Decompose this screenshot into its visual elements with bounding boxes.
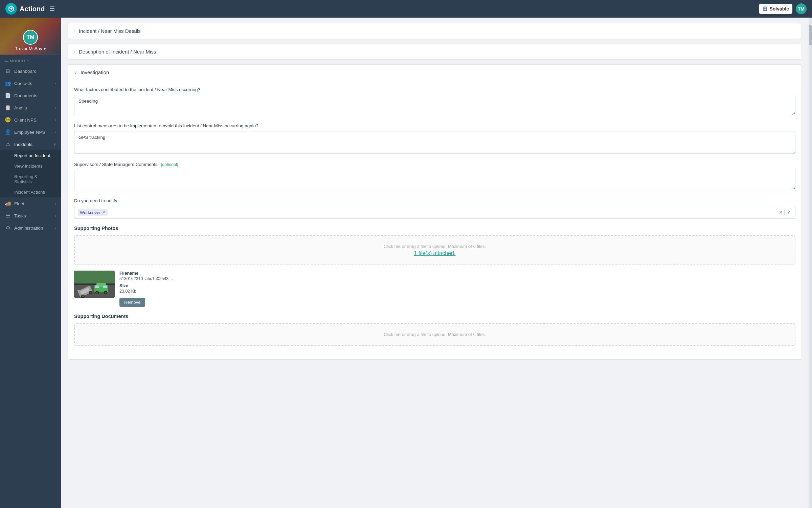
svg-rect-2 — [74, 283, 115, 285]
incident-details-title: Incident / Near Miss Details — [79, 28, 141, 34]
factors-label: What factors contributed to the incident… — [74, 87, 795, 92]
sidebar-item-label: Client NPS — [14, 118, 37, 123]
description-card: › Description of Incident / Near Miss — [68, 44, 802, 60]
investigation-card: ∨ Investigation What factors contributed… — [68, 64, 802, 360]
brand-name: Solvable — [769, 6, 789, 12]
filename-value: 5130162310_abc1a02543_... — [119, 276, 175, 281]
topnav-right: ⊞ Solvable TM — [759, 3, 807, 14]
right-scrollbar[interactable] — [809, 18, 812, 508]
file-meta: Filename 5130162310_abc1a02543_... Size … — [119, 271, 175, 307]
doc-upload-area[interactable]: Click me or drag a file to upload. Maxim… — [74, 323, 795, 346]
notify-controls: ✕ ∨ — [777, 210, 792, 215]
sidebar-subitem-report-incident[interactable]: Report an Incident — [0, 150, 61, 161]
chevron-right-icon: › — [55, 118, 56, 122]
factors-group: What factors contributed to the incident… — [74, 87, 795, 117]
chevron-right-icon: › — [55, 214, 56, 218]
sidebar-item-employee-nps[interactable]: 👤 Employee NPS › — [0, 126, 61, 138]
svg-rect-13 — [95, 285, 99, 288]
sidebar-item-label: Documents — [14, 93, 37, 98]
upload-attached-count: 1 file(s) attached. — [83, 250, 787, 256]
optional-tag: [optional] — [161, 162, 178, 167]
sidebar-item-label: Fleet — [14, 201, 24, 206]
filesize-value: 23.02 Kb — [119, 289, 175, 294]
control-measures-textarea[interactable] — [74, 131, 795, 154]
documents-icon: 📄 — [5, 92, 11, 99]
sidebar-item-audits[interactable]: 📋 Audits › — [0, 102, 61, 114]
svg-point-10 — [96, 292, 98, 294]
supporting-docs-group: Supporting Documents Click me or drag a … — [74, 314, 795, 346]
sidebar-item-administration[interactable]: ⚙ Administration › — [0, 222, 61, 234]
chevron-right-icon: › — [55, 106, 56, 110]
scrollbar-thumb — [809, 25, 812, 45]
investigation-body: What factors contributed to the incident… — [68, 80, 802, 359]
sidebar-item-label: Contacts — [14, 81, 32, 86]
sidebar-item-tasks[interactable]: ☰ Tasks › — [0, 210, 61, 222]
client-nps-icon: 😊 — [5, 117, 11, 123]
incident-details-header[interactable]: › Incident / Near Miss Details — [68, 23, 802, 39]
sidebar: TM Trevor McBay ▾ — MODULES ⊟ Dashboard … — [0, 18, 61, 508]
description-title: Description of Incident / Near Miss — [79, 49, 156, 55]
dashboard-icon: ⊟ — [5, 68, 11, 74]
sidebar-item-client-nps[interactable]: 😊 Client NPS › — [0, 114, 61, 126]
incidents-icon: ⚠ — [5, 141, 11, 147]
remove-file-button[interactable]: Remove — [119, 298, 145, 307]
topnav-user-avatar[interactable]: TM — [796, 3, 807, 14]
sidebar-subitem-reporting-statistics[interactable]: Reporting & Statistics — [0, 171, 61, 187]
collapse-chevron-down-icon: ∨ — [74, 70, 77, 75]
chevron-right-icon: › — [55, 226, 56, 230]
description-header[interactable]: › Description of Incident / Near Miss — [68, 44, 802, 59]
username-dropdown-icon[interactable]: ▾ — [44, 46, 46, 51]
notify-select[interactable]: Workcover ✕ ✕ ∨ — [74, 206, 795, 219]
topnav-left: Actiond ☰ — [5, 3, 55, 15]
notify-dropdown-icon[interactable]: ∨ — [786, 210, 792, 215]
sidebar-item-label: Incidents — [14, 142, 32, 147]
chevron-right-icon: › — [55, 130, 56, 134]
employee-nps-icon: 👤 — [5, 129, 11, 135]
fleet-icon: 🚚 — [5, 200, 11, 207]
file-thumbnail — [74, 271, 115, 298]
notify-tag-remove[interactable]: ✕ — [102, 210, 106, 215]
investigation-header[interactable]: ∨ Investigation — [68, 65, 802, 80]
sidebar-item-label: Employee NPS — [14, 130, 45, 135]
filesize-label: Size — [119, 283, 175, 288]
control-measures-label: List control measures to be implemented … — [74, 123, 795, 128]
control-measures-group: List control measures to be implemented … — [74, 123, 795, 155]
sidebar-item-fleet[interactable]: 🚚 Fleet › — [0, 197, 61, 210]
logo: Actiond — [5, 3, 45, 15]
supporting-photos-label: Supporting Photos — [74, 226, 795, 231]
notify-group: Do you need to notify Workcover ✕ ✕ ∨ — [74, 198, 795, 219]
sidebar-subitem-view-incidents[interactable]: View Incidents — [0, 161, 61, 171]
app-body: TM Trevor McBay ▾ — MODULES ⊟ Dashboard … — [0, 18, 812, 508]
upload-instruction: Click me or drag a file to upload. Maxim… — [83, 244, 787, 249]
notify-clear-icon[interactable]: ✕ — [777, 210, 785, 215]
incident-details-card: › Incident / Near Miss Details — [68, 23, 802, 39]
solvable-badge: ⊞ Solvable — [759, 4, 792, 14]
sidebar-item-documents[interactable]: 📄 Documents — [0, 89, 61, 102]
collapse-chevron-icon: › — [74, 29, 75, 34]
notify-tag-label: Workcover — [80, 210, 101, 215]
sidebar-item-incidents[interactable]: ⚠ Incidents ∨ — [0, 138, 61, 150]
top-navbar: Actiond ☰ ⊞ Solvable TM — [0, 0, 812, 18]
investigation-title: Investigation — [81, 69, 109, 75]
sidebar-item-contacts[interactable]: 👥 Contacts › — [0, 77, 61, 89]
sidebar-item-label: Administration — [14, 226, 43, 231]
tasks-icon: ☰ — [5, 213, 11, 219]
supporting-docs-label: Supporting Documents — [74, 314, 795, 319]
sidebar-avatar: TM — [23, 30, 38, 45]
hamburger-menu[interactable]: ☰ — [49, 5, 55, 13]
supporting-photos-group: Supporting Photos Click me or drag a fil… — [74, 226, 795, 307]
supervisors-group: Supervisors / State Managers Comments [o… — [74, 162, 795, 191]
notify-label: Do you need to notify — [74, 198, 795, 203]
chevron-down-icon: ∨ — [53, 142, 56, 147]
factors-textarea[interactable] — [74, 95, 795, 115]
supervisors-textarea[interactable] — [74, 170, 795, 190]
sidebar-item-dashboard[interactable]: ⊟ Dashboard — [0, 65, 61, 77]
audits-icon: 📋 — [5, 105, 11, 111]
administration-icon: ⚙ — [5, 225, 11, 231]
photo-upload-area[interactable]: Click me or drag a file to upload. Maxim… — [74, 235, 795, 265]
svg-point-12 — [105, 292, 107, 294]
sidebar-subitem-incident-actions[interactable]: Incident Actions — [0, 187, 61, 197]
modules-label: — MODULES — [0, 55, 61, 65]
sidebar-item-label: Dashboard — [14, 69, 37, 74]
notify-tag: Workcover ✕ — [78, 209, 108, 216]
